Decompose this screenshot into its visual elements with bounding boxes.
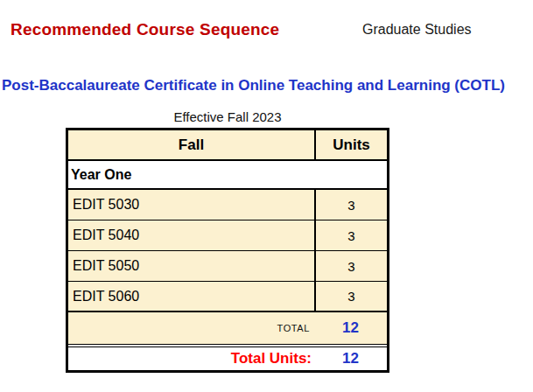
- department-label: Graduate Studies: [362, 22, 472, 38]
- total-label: TOTAL: [68, 323, 314, 333]
- program-title: Post-Baccalaureate Certificate in Online…: [2, 77, 531, 94]
- table-row: EDIT 5040 3: [68, 220, 387, 251]
- grand-total-label: Total Units:: [68, 350, 314, 368]
- column-header-units: Units: [314, 130, 387, 159]
- course-sequence-table: Fall Units Year One EDIT 5030 3 EDIT 504…: [66, 128, 389, 373]
- course-code: EDIT 5040: [68, 228, 314, 243]
- total-value: 12: [314, 319, 387, 337]
- table-row: EDIT 5060 3: [68, 282, 387, 312]
- course-units: 3: [314, 220, 387, 250]
- course-units: 3: [314, 190, 387, 220]
- page-title: Recommended Course Sequence: [11, 20, 279, 39]
- section-label-year-one: Year One: [68, 161, 387, 190]
- course-code: EDIT 5050: [68, 258, 314, 274]
- grand-total-value: 12: [314, 350, 387, 368]
- table-header-row: Fall Units: [68, 130, 387, 161]
- total-row: TOTAL 12: [68, 312, 387, 344]
- course-code: EDIT 5060: [68, 289, 314, 304]
- course-code: EDIT 5030: [68, 197, 314, 213]
- grand-total-row: Total Units: 12: [68, 347, 387, 370]
- table-row: EDIT 5050 3: [68, 251, 387, 282]
- table-row: EDIT 5030 3: [68, 190, 387, 220]
- course-units: 3: [314, 251, 387, 281]
- column-header-fall: Fall: [68, 136, 314, 154]
- effective-date-note: Effective Fall 2023: [66, 109, 389, 124]
- course-units: 3: [314, 282, 387, 311]
